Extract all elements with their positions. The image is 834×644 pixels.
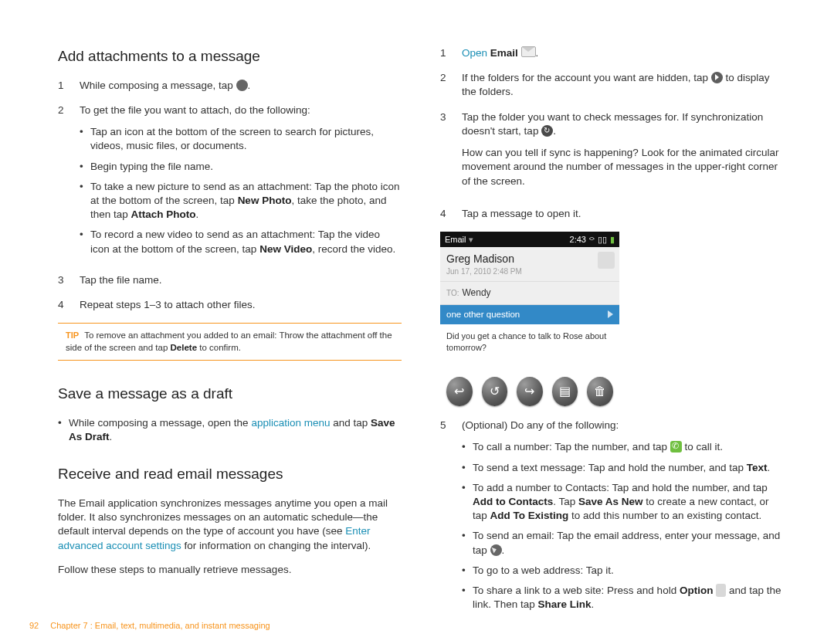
step-body: To get the file you want to attach, do t… (80, 103, 402, 263)
text: To send a text message: Tap and hold the… (473, 462, 747, 473)
send-icon (490, 544, 502, 556)
step-body: Tap a message to open it. (462, 207, 784, 221)
page-columns: Add attachments to a message 1 While com… (0, 0, 834, 629)
bold: Option (680, 585, 714, 596)
reply-button[interactable]: ↩ (446, 377, 473, 406)
text: (Optional) Do any of the following: (462, 419, 784, 432)
sub-bullets: Tap an icon at the bottom of the screen … (80, 125, 402, 256)
subject-bar: one other question (440, 305, 619, 325)
page-number: 92 (29, 621, 39, 630)
tip-text: to confirm. (197, 343, 241, 352)
step-number: 3 (440, 110, 462, 196)
step-body: (Optional) Do any of the following: To c… (462, 419, 784, 618)
text: . (553, 125, 556, 137)
step-number: 3 (58, 273, 80, 287)
text: To call a number: Tap the number, and ta… (473, 441, 670, 452)
step-number: 2 (58, 103, 80, 263)
step-4: 4 Repeat steps 1–3 to attach other files… (58, 298, 402, 312)
tip-label: TIP (66, 330, 79, 340)
status-time: 2:43 (570, 234, 586, 246)
text: . (592, 598, 595, 610)
step-body: While composing a message, tap . (80, 79, 402, 93)
text: Email (445, 235, 466, 244)
bold: New Photo (238, 195, 292, 206)
page-footer: 92 Chapter 7 : Email, text, multimedia, … (29, 621, 270, 630)
text: . Tap (553, 496, 578, 507)
chevron-right-icon (608, 310, 613, 318)
right-column: 1 Open Email . 2 If the folders for the … (440, 46, 784, 629)
message-toolbar: ↩ ↺ ↪ ▤ 🗑 (440, 371, 619, 411)
paragraph: The Email application synchronizes messa… (58, 497, 402, 553)
step-number: 2 (440, 71, 462, 99)
bullet: To call a number: Tap the number, and ta… (462, 440, 784, 454)
bold: Text (747, 462, 768, 473)
step-2: 2 If the folders for the account you wan… (440, 71, 784, 99)
step-5: 5 (Optional) Do any of the following: To… (440, 419, 784, 618)
chapter-label: Chapter 7 : Email, text, multimedia, and… (50, 621, 270, 630)
folder-button[interactable]: ▤ (552, 377, 578, 406)
save-draft-list: While composing a message, open the appl… (58, 416, 402, 444)
step-number: 4 (440, 207, 462, 221)
status-app: Email ▾ (445, 234, 473, 246)
heading-add-attachments: Add attachments to a message (58, 46, 402, 66)
text: To share a link to a web site: Press and… (473, 585, 680, 596)
text: . (110, 431, 113, 442)
text: to add this number to an existing contac… (568, 510, 761, 521)
bold: Add To Existing (490, 510, 569, 521)
bullet: To add a number to Contacts: Tap and hol… (462, 481, 784, 524)
step-body: Open Email . (462, 46, 784, 60)
steps-receive: 1 Open Email . 2 If the folders for the … (440, 46, 784, 221)
step-number: 4 (58, 298, 80, 312)
step-2: 2 To get the file you want to attach, do… (58, 103, 402, 263)
bullet: To share a link to a web site: Press and… (462, 584, 784, 612)
attach-icon (236, 80, 248, 91)
message-date: Jun 17, 2010 2:48 PM (446, 266, 613, 277)
bold: New Video (259, 243, 312, 255)
reply-all-button[interactable]: ↺ (482, 377, 508, 406)
bullet: To record a new video to send as an atta… (80, 228, 402, 256)
bullet: To take a new picture to send as an atta… (80, 180, 402, 222)
step-3: 3 Tap the file name. (58, 273, 402, 287)
delete-button[interactable]: 🗑 (587, 377, 613, 406)
text: To send an email: Tap the email address,… (473, 530, 780, 555)
step-number: 1 (58, 79, 80, 93)
to-label: TO: (446, 289, 459, 297)
signal-icon: ▯▯ (598, 234, 607, 246)
text: . (768, 462, 771, 473)
step-body: Repeat steps 1–3 to attach other files. (80, 298, 402, 312)
link-open-email[interactable]: Open Email (462, 47, 518, 59)
expand-icon (711, 72, 723, 83)
text: Tap the folder you want to check message… (462, 110, 784, 138)
bullet: To send a text message: Tap and hold the… (462, 461, 784, 475)
bullet: Begin typing the file name. (80, 160, 402, 174)
call-icon (670, 441, 682, 452)
text: . (248, 80, 251, 91)
bold: Share Link (538, 598, 592, 610)
wifi-icon: ⌔ (589, 234, 595, 246)
forward-button[interactable]: ↪ (517, 377, 543, 406)
text: While composing a message, open the (69, 417, 251, 429)
step-number: 5 (440, 419, 462, 618)
flag-corner (598, 252, 615, 269)
paragraph: Follow these steps to manually retrieve … (58, 563, 402, 577)
tip-box: TIP To remove an attachment you added to… (58, 323, 402, 361)
text: To get the file you want to attach, do t… (80, 103, 402, 117)
left-column: Add attachments to a message 1 While com… (58, 46, 402, 629)
text: Tap the folder you want to check message… (462, 111, 763, 137)
to-row: TO:Wendy (440, 282, 619, 304)
optional-bullets: To call a number: Tap the number, and ta… (462, 440, 784, 612)
option-key-icon (716, 584, 726, 597)
link-application-menu[interactable]: application menu (251, 417, 330, 429)
text: If the folders for the account you want … (462, 72, 711, 83)
text: to call it. (682, 441, 723, 452)
step-4: 4 Tap a message to open it. (440, 207, 784, 221)
bullet: While composing a message, open the appl… (58, 416, 402, 444)
subject-text: one other question (446, 309, 520, 321)
steps-optional: 5 (Optional) Do any of the following: To… (440, 419, 784, 618)
step-body: Tap the folder you want to check message… (462, 110, 784, 196)
step-1: 1 Open Email . (440, 46, 784, 60)
steps-attachments: 1 While composing a message, tap . 2 To … (58, 79, 402, 313)
message-body: Did you get a chance to talk to Rose abo… (440, 324, 619, 371)
heading-receive-read: Receive and read email messages (58, 464, 402, 484)
to-value: Wendy (462, 287, 490, 298)
